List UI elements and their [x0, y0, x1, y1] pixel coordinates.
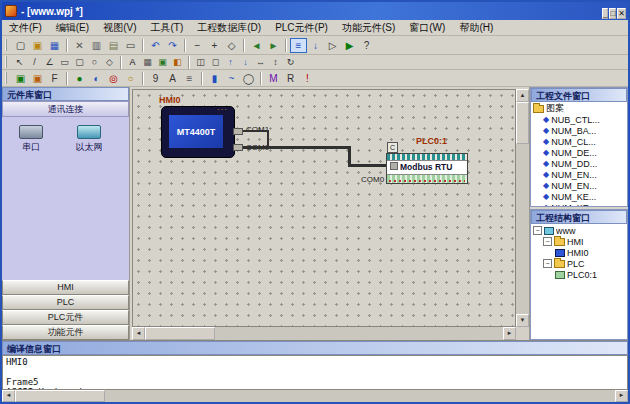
toolbar-grip[interactable]: [5, 39, 8, 51]
indirect-window-icon[interactable]: ≡: [181, 71, 198, 86]
text-tool-icon[interactable]: A: [125, 56, 140, 69]
compile-icon[interactable]: ≡: [290, 38, 307, 53]
file-tree-item-6[interactable]: ◆NUM_EN...: [533, 180, 627, 191]
next-state-icon[interactable]: ►: [265, 38, 282, 53]
online-simulate-icon[interactable]: ▶: [341, 38, 358, 53]
trend-curve-icon[interactable]: ~: [223, 71, 240, 86]
word-switch-icon[interactable]: ○: [122, 71, 139, 86]
menu-item-0[interactable]: 文件(F): [2, 20, 49, 36]
tree-node-graphics[interactable]: 图案: [533, 103, 627, 114]
menu-item-6[interactable]: 功能元件(S): [335, 20, 402, 36]
scroll-right-icon[interactable]: ►: [615, 390, 628, 402]
com0-port[interactable]: [233, 144, 243, 151]
library-tab-0[interactable]: HMI: [2, 280, 129, 295]
scroll-track[interactable]: [145, 327, 503, 340]
library-item-0[interactable]: 串口: [2, 125, 60, 154]
round-rect-tool-icon[interactable]: ▢: [72, 56, 87, 69]
plc-device[interactable]: Modbus RTU: [386, 153, 468, 184]
help-icon[interactable]: ?: [358, 38, 375, 53]
cut-icon[interactable]: ✕: [71, 38, 88, 53]
scroll-left-icon[interactable]: ◄: [132, 327, 145, 340]
scroll-left-icon[interactable]: ◄: [2, 390, 15, 402]
close-button[interactable]: ✕: [617, 8, 626, 19]
copy-icon[interactable]: ▥: [88, 38, 105, 53]
scroll-thumb[interactable]: [145, 327, 215, 340]
toolbar-grip[interactable]: [5, 72, 8, 84]
tree-node-hmi[interactable]: HMI: [533, 236, 627, 247]
scroll-down-icon[interactable]: ▼: [516, 314, 529, 327]
tree-node-plc[interactable]: PLC: [533, 258, 627, 269]
layer-up-icon[interactable]: ↑: [223, 56, 238, 69]
menu-item-3[interactable]: 工具(T): [143, 20, 190, 36]
redo-icon[interactable]: ↷: [164, 38, 181, 53]
image-tool-icon[interactable]: ▣: [155, 56, 170, 69]
ellipse-tool-icon[interactable]: ○: [87, 56, 102, 69]
tree-node-plc0[interactable]: PLC0:1: [533, 269, 627, 280]
file-tree-item-2[interactable]: ◆NUM_CL...: [533, 136, 627, 147]
ungroup-icon[interactable]: ◻: [208, 56, 223, 69]
zoom-out-icon[interactable]: −: [189, 38, 206, 53]
rect-tool-icon[interactable]: ▭: [57, 56, 72, 69]
layer-down-icon[interactable]: ↓: [238, 56, 253, 69]
menu-item-8[interactable]: 帮助(H): [452, 20, 500, 36]
file-tree-item-0[interactable]: ◆NUB_CTL...: [533, 114, 627, 125]
menu-item-5[interactable]: PLC元件(P): [268, 20, 335, 36]
meter-icon[interactable]: ◯: [240, 71, 257, 86]
bit-switch-icon[interactable]: ◎: [105, 71, 122, 86]
fill-tool-icon[interactable]: ◧: [170, 56, 185, 69]
file-tree-item-3[interactable]: ◆NUM_DE...: [533, 147, 627, 158]
collapse-icon[interactable]: [543, 237, 552, 246]
new-icon[interactable]: ▢: [12, 38, 29, 53]
menu-item-7[interactable]: 窗口(W): [402, 20, 452, 36]
macro-icon[interactable]: M: [265, 71, 282, 86]
flip-v-icon[interactable]: ↕: [268, 56, 283, 69]
scroll-right-icon[interactable]: ►: [503, 327, 516, 340]
toolbar-grip[interactable]: [5, 56, 8, 68]
library-item-1[interactable]: 以太网: [60, 125, 118, 154]
font-tool-icon[interactable]: F: [46, 71, 63, 86]
menu-item-1[interactable]: 编辑(E): [49, 20, 96, 36]
ascii-input-icon[interactable]: A: [164, 71, 181, 86]
tree-node-root[interactable]: www: [533, 225, 627, 236]
zoom-in-icon[interactable]: +: [206, 38, 223, 53]
file-tree-item-5[interactable]: ◆NUM_EN...: [533, 169, 627, 180]
polygon-tool-icon[interactable]: ◇: [102, 56, 117, 69]
save-icon[interactable]: ▦: [46, 38, 63, 53]
line-tool-icon[interactable]: /: [27, 56, 42, 69]
open-icon[interactable]: ▣: [29, 38, 46, 53]
library-tab-3[interactable]: 功能元件: [2, 325, 129, 340]
alarm-icon[interactable]: !: [299, 71, 316, 86]
canvas-vertical-scrollbar[interactable]: ▲ ▼: [516, 89, 529, 327]
canvas-horizontal-scrollbar[interactable]: ◄ ►: [132, 327, 516, 340]
file-tree-item-8[interactable]: ◆NUM_KE...: [533, 202, 627, 206]
maximize-button[interactable]: □: [609, 8, 616, 19]
collapse-icon[interactable]: [543, 259, 552, 268]
word-lamp-icon[interactable]: ◐: [88, 71, 105, 86]
rotate-icon[interactable]: ↻: [283, 56, 298, 69]
scroll-track[interactable]: [15, 390, 615, 402]
hmi-attribute-icon[interactable]: ▣: [12, 71, 29, 86]
menu-item-2[interactable]: 视图(V): [96, 20, 143, 36]
flip-h-icon[interactable]: ↔: [253, 56, 268, 69]
number-input-icon[interactable]: 9: [147, 71, 164, 86]
zoom-fit-icon[interactable]: ◇: [223, 38, 240, 53]
bit-lamp-icon[interactable]: ●: [71, 71, 88, 86]
polyline-tool-icon[interactable]: ∠: [42, 56, 57, 69]
canvas[interactable]: HMI0 MT4400T COM1 COM0 PLC0:1 C: [132, 89, 516, 327]
tree-node-hmi0[interactable]: HMI0: [533, 247, 627, 258]
file-tree-item-1[interactable]: ◆NUM_BA...: [533, 125, 627, 136]
recipe-icon[interactable]: R: [282, 71, 299, 86]
prev-state-icon[interactable]: ◄: [248, 38, 265, 53]
offline-simulate-icon[interactable]: ▷: [324, 38, 341, 53]
scroll-thumb[interactable]: [15, 390, 105, 402]
file-tree-item-7[interactable]: ◆NUM_KE...: [533, 191, 627, 202]
compile-horizontal-scrollbar[interactable]: ◄ ►: [2, 390, 628, 402]
library-section-communication[interactable]: 通讯连接: [2, 101, 129, 117]
scroll-track[interactable]: [516, 102, 529, 314]
scroll-thumb[interactable]: [516, 102, 529, 144]
file-tree-item-4[interactable]: ◆NUM_DD...: [533, 158, 627, 169]
select-tool-icon[interactable]: ↖: [12, 56, 27, 69]
download-icon[interactable]: ↓: [307, 38, 324, 53]
paste-icon[interactable]: ▤: [105, 38, 122, 53]
group-icon[interactable]: ◫: [193, 56, 208, 69]
